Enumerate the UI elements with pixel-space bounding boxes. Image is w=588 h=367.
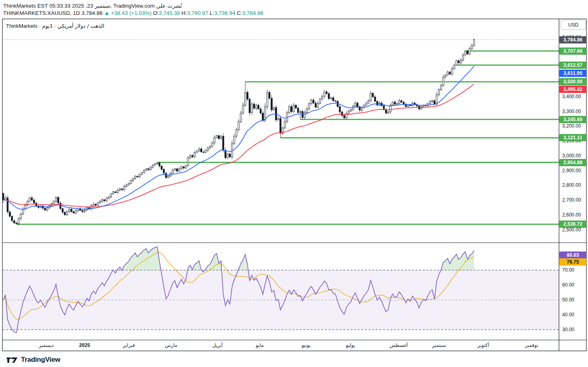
legend-separator: · bbox=[37, 23, 42, 29]
price-axis[interactable] bbox=[559, 19, 586, 340]
tradingview-footer[interactable]: TradingView bbox=[6, 355, 60, 365]
tradingview-logo-icon bbox=[6, 355, 18, 365]
chart-legend: ThinkMarkets · 1يوم · الذهب / دولار أمري… bbox=[6, 23, 104, 29]
currency-unit-button[interactable]: USD bbox=[561, 20, 586, 30]
legend-interval: 1يوم bbox=[42, 23, 53, 29]
time-axis[interactable] bbox=[2, 340, 559, 351]
legend-separator: · bbox=[53, 23, 58, 29]
chart-canvas bbox=[0, 0, 588, 367]
legend-symbol-name: الذهب / دولار أمريكي bbox=[58, 23, 104, 29]
legend-broker: ThinkMarkets bbox=[6, 23, 37, 29]
tradingview-brand-text: TradingView bbox=[21, 356, 60, 364]
